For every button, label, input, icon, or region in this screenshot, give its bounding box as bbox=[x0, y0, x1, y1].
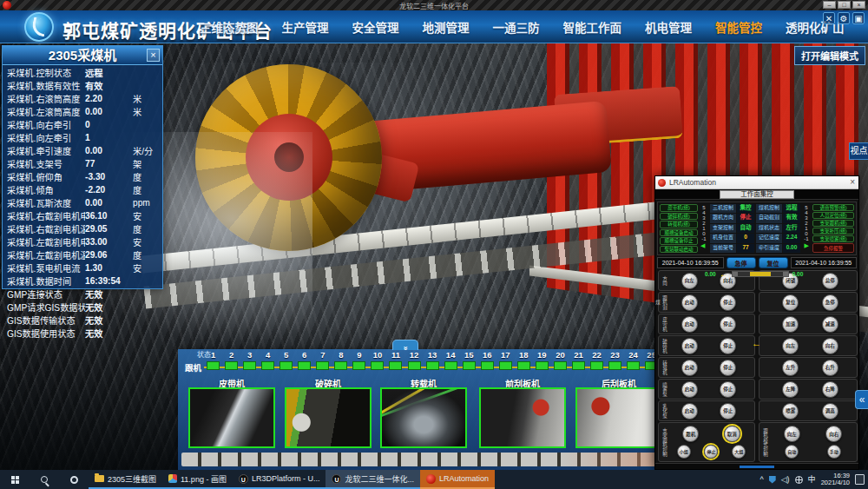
round-button[interactable]: 喷雾 bbox=[782, 403, 799, 420]
network-icon[interactable] bbox=[795, 476, 803, 484]
support-cell[interactable]: 2 bbox=[222, 350, 240, 370]
restore-window-icon[interactable]: ▣ bbox=[852, 12, 865, 24]
group-action-button[interactable]: 支架跟机(组) bbox=[812, 220, 854, 227]
support-cell[interactable]: 13 bbox=[424, 350, 442, 370]
close-icon[interactable]: × bbox=[147, 49, 160, 62]
round-button[interactable]: 大组 bbox=[732, 445, 746, 459]
group-action-button[interactable]: 人员定位(组) bbox=[812, 212, 854, 219]
close-icon[interactable]: × bbox=[850, 177, 855, 187]
menu-item-safety[interactable]: 安全管理 bbox=[352, 18, 399, 36]
support-cell[interactable]: 5 bbox=[277, 350, 295, 370]
taskbar-item-lrautomation[interactable]: LRAutomation bbox=[420, 470, 495, 489]
support-cell[interactable]: 14 bbox=[442, 350, 460, 370]
taskbar-item-paint[interactable]: 11.png - 画图 bbox=[162, 470, 233, 489]
group-action-button[interactable]: 皮带机(组) bbox=[660, 204, 698, 212]
round-button[interactable]: 小组 bbox=[677, 445, 691, 459]
menu-item-smart-control[interactable]: 智能管控 bbox=[715, 18, 762, 36]
round-button[interactable]: 启动 bbox=[681, 360, 698, 376]
round-button[interactable]: 左降 bbox=[782, 381, 799, 398]
maximize-button[interactable]: □ bbox=[838, 1, 851, 9]
taskbar-item-screenshot-folder[interactable]: 2305三维截图 bbox=[89, 470, 162, 489]
round-button[interactable]: 向右 bbox=[822, 338, 838, 354]
menu-item-ventilation[interactable]: 一通三防 bbox=[493, 18, 540, 36]
support-cell[interactable]: 15 bbox=[460, 350, 478, 370]
round-button[interactable]: 停止 bbox=[720, 338, 736, 354]
support-cell[interactable]: 24 bbox=[624, 350, 642, 370]
support-cell[interactable]: 3 bbox=[240, 350, 259, 370]
support-cell[interactable]: 18 bbox=[515, 350, 533, 370]
round-button[interactable]: 启动 bbox=[681, 403, 698, 420]
group-action-button[interactable]: 顺槽设备停止 bbox=[660, 237, 698, 245]
support-cell[interactable]: 20 bbox=[551, 350, 569, 370]
round-button[interactable]: 调高 bbox=[822, 403, 838, 420]
round-button[interactable]: 启动 bbox=[681, 381, 698, 398]
estop-button[interactable]: 急停 bbox=[727, 257, 756, 268]
round-button[interactable]: 停止 bbox=[720, 403, 736, 420]
round-button[interactable]: 自动 bbox=[785, 445, 799, 459]
round-button[interactable]: 总停 bbox=[822, 273, 838, 289]
round-button[interactable]: 右降 bbox=[822, 381, 838, 398]
round-button[interactable]: 启动 bbox=[681, 316, 698, 333]
camera-feed-belt[interactable] bbox=[188, 387, 275, 448]
chevron-down-icon[interactable]: « bbox=[392, 340, 418, 350]
minimize-button[interactable]: – bbox=[823, 1, 836, 9]
speaker-icon[interactable]: ◁) bbox=[781, 475, 790, 484]
round-button[interactable]: 右升 bbox=[822, 360, 838, 376]
round-button[interactable]: 停止 bbox=[720, 316, 736, 333]
group-action-button[interactable]: 支架喷雾(组) bbox=[812, 235, 854, 242]
group-action-button[interactable]: 转载机(组) bbox=[660, 221, 698, 228]
support-cell[interactable]: 8 bbox=[332, 350, 350, 370]
round-button[interactable]: 向左 bbox=[681, 273, 698, 289]
round-button[interactable]: 加速 bbox=[782, 316, 799, 333]
support-cell[interactable]: 22 bbox=[588, 350, 606, 370]
menu-item-production[interactable]: 生产管理 bbox=[282, 18, 329, 36]
taskbar-item-platform[interactable]: U 龙软二三维一体化... bbox=[326, 470, 420, 489]
round-button-selected[interactable]: 停止 bbox=[704, 445, 718, 459]
menu-item-geology[interactable]: 地测管理 bbox=[423, 18, 470, 36]
security-shield-icon[interactable] bbox=[769, 476, 776, 484]
support-cell[interactable]: 12 bbox=[405, 350, 424, 370]
round-button[interactable]: 急停 bbox=[822, 294, 838, 311]
support-cell[interactable]: 6 bbox=[295, 350, 313, 370]
support-cell[interactable]: 23 bbox=[606, 350, 624, 370]
emergency-alarm-button[interactable]: 急停报警 bbox=[812, 243, 854, 253]
round-button[interactable]: 启动 bbox=[681, 294, 698, 311]
camera-feed-front-scraper[interactable] bbox=[479, 387, 566, 448]
tools-icon[interactable]: ✕ bbox=[823, 12, 835, 24]
tab-workface-control[interactable]: 工作面集控 bbox=[720, 190, 794, 199]
round-button[interactable]: 向左 bbox=[784, 426, 800, 442]
open-edit-mode-button[interactable]: 打开编辑模式 bbox=[794, 46, 865, 65]
reset-button[interactable]: 复位 bbox=[759, 257, 788, 268]
round-button[interactable]: 向右 bbox=[825, 426, 842, 442]
support-cell[interactable]: 1 bbox=[204, 350, 222, 370]
round-button[interactable]: 跟机 bbox=[682, 426, 699, 442]
round-button[interactable]: 减速 bbox=[822, 316, 838, 333]
tray-chevron-icon[interactable]: ^ bbox=[760, 475, 763, 484]
round-button[interactable]: 停止 bbox=[720, 381, 736, 398]
taskbar-item-lr3dplatform[interactable]: U LR3DPlatform - U... bbox=[233, 470, 326, 489]
collapse-panel-icon[interactable]: « bbox=[855, 390, 868, 409]
start-button[interactable] bbox=[0, 470, 30, 489]
support-cell[interactable]: 7 bbox=[313, 350, 332, 370]
round-button[interactable]: 左升 bbox=[782, 360, 799, 376]
viewpoint-tab[interactable]: 视点 bbox=[849, 142, 868, 160]
round-button[interactable]: 停止 bbox=[720, 294, 736, 311]
round-button[interactable]: 向左 bbox=[782, 338, 799, 354]
gear-icon[interactable]: ⚙ bbox=[838, 12, 850, 24]
search-button[interactable] bbox=[30, 470, 59, 489]
camera-feed-crusher[interactable] bbox=[285, 387, 372, 448]
round-button[interactable]: 复位 bbox=[782, 294, 799, 311]
group-action-button[interactable]: 破碎机(组) bbox=[660, 213, 698, 221]
support-cell[interactable]: 4 bbox=[259, 350, 277, 370]
group-action-button[interactable]: 泵站联动启动 bbox=[660, 246, 698, 254]
support-cell[interactable]: 17 bbox=[496, 350, 515, 370]
round-button[interactable]: 启动 bbox=[681, 338, 698, 354]
support-cell[interactable]: 19 bbox=[533, 350, 551, 370]
group-action-button[interactable]: 语音预警(组) bbox=[812, 204, 854, 211]
menu-item-smart-workface[interactable]: 智能工作面 bbox=[563, 18, 622, 36]
group-action-button[interactable]: 支架补压(组) bbox=[812, 228, 854, 235]
round-button[interactable]: 手动 bbox=[827, 445, 841, 459]
menu-item-electromechanical[interactable]: 机电管理 bbox=[645, 18, 692, 36]
close-button[interactable]: × bbox=[852, 1, 865, 9]
clock[interactable]: 16:39 2021/4/10 bbox=[821, 472, 850, 486]
